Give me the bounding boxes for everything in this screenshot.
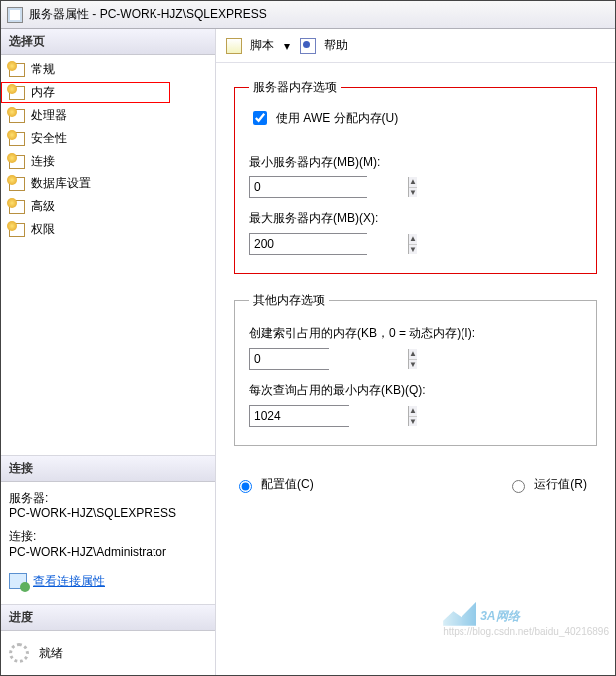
value-mode-row: 配置值(C) 运行值(R) — [234, 476, 597, 493]
page-nav: 常规 内存 处理器 安全性 连接 数据库设置 高级 权限 — [1, 55, 215, 455]
configured-radio[interactable] — [239, 480, 252, 493]
page-icon — [9, 132, 25, 146]
spin-down-icon[interactable]: ▼ — [409, 360, 417, 370]
running-radio[interactable] — [512, 480, 525, 493]
nav-item-permissions[interactable]: 权限 — [1, 219, 215, 240]
left-panel: 选择页 常规 内存 处理器 安全性 连接 数据库设置 高级 权限 连接 服务器:… — [1, 29, 216, 675]
progress-block: 进度 就绪 — [1, 604, 215, 675]
nav-label: 安全性 — [31, 130, 67, 147]
conn-label: 连接: — [9, 528, 207, 545]
help-icon — [300, 38, 316, 54]
nav-label: 高级 — [31, 198, 55, 215]
progress-spinner-icon — [9, 643, 29, 663]
main-content: 服务器内存选项 使用 AWE 分配内存(U) 最小服务器内存(MB)(M): ▲… — [216, 63, 615, 667]
index-memory-input[interactable]: ▲▼ — [249, 348, 329, 370]
running-label: 运行值(R) — [534, 476, 587, 493]
configured-radio-row[interactable]: 配置值(C) — [234, 476, 314, 493]
awe-checkbox[interactable] — [253, 111, 267, 125]
awe-label: 使用 AWE 分配内存(U) — [276, 110, 398, 127]
conn-value: PC-WORK-HJZ\Administrator — [9, 545, 207, 559]
toolbar: 脚本 ▾ 帮助 — [216, 37, 615, 63]
page-icon — [9, 177, 25, 191]
spin-up-icon[interactable]: ▲ — [409, 177, 417, 188]
page-icon — [9, 109, 25, 123]
min-memory-spinner[interactable]: ▲▼ — [408, 177, 417, 197]
progress-header: 进度 — [1, 605, 215, 631]
script-dropdown[interactable]: ▾ — [282, 39, 292, 53]
nav-item-processors[interactable]: 处理器 — [1, 105, 215, 126]
connection-block: 连接 服务器: PC-WORK-HJZ\SQLEXPRESS 连接: PC-WO… — [1, 455, 215, 605]
watermark-brand: 3A网络 — [480, 609, 519, 623]
watermark-url: https://blog.csdn.net/baidu_40216896 — [443, 626, 609, 637]
spin-up-icon[interactable]: ▲ — [409, 234, 417, 245]
nav-item-connections[interactable]: 连接 — [1, 151, 215, 171]
query-memory-field[interactable] — [250, 406, 408, 426]
link-label: 查看连接属性 — [33, 573, 105, 590]
select-page-header: 选择页 — [1, 29, 215, 55]
query-memory-input[interactable]: ▲▼ — [249, 405, 349, 427]
server-memory-group: 服务器内存选项 使用 AWE 分配内存(U) 最小服务器内存(MB)(M): ▲… — [234, 79, 597, 274]
watermark-logo-icon — [443, 602, 476, 626]
query-memory-spinner[interactable]: ▲▼ — [408, 406, 417, 426]
max-memory-input[interactable]: ▲▼ — [249, 233, 367, 255]
spin-down-icon[interactable]: ▼ — [409, 245, 417, 255]
dialog-window: 服务器属性 - PC-WORK-HJZ\SQLEXPRESS 选择页 常规 内存… — [0, 0, 616, 676]
spin-down-icon[interactable]: ▼ — [409, 417, 417, 427]
min-memory-input[interactable]: ▲▼ — [249, 176, 367, 198]
other-memory-legend: 其他内存选项 — [249, 292, 329, 309]
page-icon — [9, 63, 25, 77]
nav-item-memory[interactable]: 内存 — [1, 82, 170, 103]
server-memory-legend: 服务器内存选项 — [249, 79, 341, 96]
nav-label: 连接 — [31, 153, 55, 169]
page-icon — [9, 223, 25, 237]
script-button[interactable]: 脚本 — [250, 37, 274, 54]
nav-label: 内存 — [31, 84, 55, 101]
page-icon — [9, 200, 25, 214]
nav-label: 处理器 — [31, 107, 67, 124]
window-title: 服务器属性 - PC-WORK-HJZ\SQLEXPRESS — [29, 6, 267, 23]
progress-status: 就绪 — [39, 645, 63, 662]
nav-item-db-settings[interactable]: 数据库设置 — [1, 173, 215, 194]
watermark: 3A网络 https://blog.csdn.net/baidu_4021689… — [443, 598, 609, 637]
app-icon — [7, 7, 23, 23]
server-value: PC-WORK-HJZ\SQLEXPRESS — [9, 507, 207, 520]
page-icon — [9, 86, 25, 100]
spin-up-icon[interactable]: ▲ — [409, 349, 417, 360]
min-memory-label: 最小服务器内存(MB)(M): — [249, 154, 582, 170]
other-memory-group: 其他内存选项 创建索引占用的内存(KB，0 = 动态内存)(I): ▲▼ 每次查… — [234, 292, 597, 446]
view-connection-properties-link[interactable]: 查看连接属性 — [9, 573, 105, 590]
nav-label: 数据库设置 — [31, 175, 91, 192]
index-memory-field[interactable] — [250, 349, 408, 369]
running-radio-row[interactable]: 运行值(R) — [507, 476, 587, 493]
awe-checkbox-row[interactable]: 使用 AWE 分配内存(U) — [249, 108, 582, 128]
configured-label: 配置值(C) — [261, 476, 314, 493]
spin-up-icon[interactable]: ▲ — [409, 406, 417, 417]
help-button[interactable]: 帮助 — [324, 37, 348, 54]
max-memory-label: 最大服务器内存(MB)(X): — [249, 210, 582, 227]
nav-item-advanced[interactable]: 高级 — [1, 196, 215, 217]
max-memory-spinner[interactable]: ▲▼ — [408, 234, 417, 254]
spin-down-icon[interactable]: ▼ — [409, 188, 417, 198]
right-panel: 脚本 ▾ 帮助 服务器内存选项 使用 AWE 分配内存(U) 最小服务器内存(M… — [216, 29, 615, 675]
titlebar[interactable]: 服务器属性 - PC-WORK-HJZ\SQLEXPRESS — [1, 1, 615, 29]
server-label: 服务器: — [9, 490, 207, 507]
nav-label: 常规 — [31, 61, 55, 78]
nav-item-security[interactable]: 安全性 — [1, 128, 215, 149]
query-memory-label: 每次查询占用的最小内存(KB)(Q): — [249, 382, 582, 399]
index-memory-spinner[interactable]: ▲▼ — [408, 349, 417, 369]
nav-item-general[interactable]: 常规 — [1, 59, 215, 80]
script-icon — [226, 38, 242, 54]
dialog-body: 选择页 常规 内存 处理器 安全性 连接 数据库设置 高级 权限 连接 服务器:… — [1, 29, 615, 675]
nav-label: 权限 — [31, 221, 55, 238]
index-memory-label: 创建索引占用的内存(KB，0 = 动态内存)(I): — [249, 325, 582, 342]
properties-icon — [9, 573, 27, 589]
page-icon — [9, 155, 25, 169]
max-memory-field[interactable] — [250, 234, 408, 254]
min-memory-field[interactable] — [250, 177, 408, 197]
connection-header: 连接 — [1, 456, 215, 482]
